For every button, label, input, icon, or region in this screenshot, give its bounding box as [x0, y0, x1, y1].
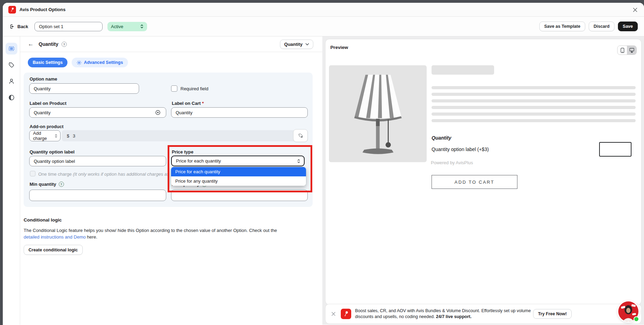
mobile-icon	[620, 48, 625, 53]
skeleton-line	[432, 99, 636, 102]
price-type-select[interactable]: Price for each quantity	[171, 156, 305, 166]
tag-icon	[8, 61, 15, 68]
online-status-dot	[634, 316, 639, 322]
app-title: Avis Product Options	[19, 7, 65, 12]
stepper-icon	[297, 159, 300, 163]
addon-product-label: Add-on product	[30, 124, 63, 129]
sidebar-item-option-sets[interactable]	[6, 43, 17, 55]
status-value: Active	[111, 24, 123, 29]
skeleton-line	[432, 93, 636, 96]
skeleton-line	[432, 112, 636, 116]
addon-amount-value: 3	[73, 133, 75, 139]
help-icon[interactable]: ?	[62, 42, 67, 47]
preview-quantity-input[interactable]	[599, 142, 631, 157]
toolbar: Back Active Save as Template Discard Sav…	[3, 17, 644, 36]
remove-charge-button[interactable]	[293, 129, 308, 142]
required-field-label: Required field	[180, 86, 208, 91]
create-conditional-logic-button[interactable]: Create conditional logic	[24, 245, 83, 255]
lamp-illustration	[345, 69, 411, 158]
mobile-view-button[interactable]	[618, 46, 627, 55]
sidebar-item-customers[interactable]	[6, 75, 17, 87]
conditional-logic-section: Conditional logic The Conditional Logic …	[24, 217, 313, 255]
instructions-link[interactable]: detailed instructions and Demo	[24, 234, 86, 240]
option-title: Quantity	[39, 41, 58, 47]
exit-icon	[9, 24, 15, 30]
product-image	[329, 65, 427, 162]
try-free-now-button[interactable]: Try Free Now!	[533, 309, 572, 319]
option-editor: ← Quantity ? Quantity Basic Settings Adv…	[20, 36, 322, 325]
label-on-product-label: Label on Product	[30, 101, 66, 106]
preview-panel: Preview	[325, 39, 642, 305]
back-label: Back	[17, 24, 28, 29]
preview-option-title: Quantity	[432, 135, 451, 141]
label-on-cart-input[interactable]	[171, 107, 308, 118]
title-bar: Avis Product Options	[3, 3, 644, 17]
one-time-charge-checkbox[interactable]	[30, 171, 35, 176]
option-set-name-input[interactable]	[34, 22, 103, 31]
price-type-label: Price type	[172, 149, 193, 155]
view-icon[interactable]	[155, 110, 161, 115]
save-button[interactable]: Save	[618, 22, 638, 31]
skeleton-line	[432, 86, 636, 89]
skeleton-line	[432, 119, 636, 122]
preview-region: Preview	[322, 36, 644, 325]
option-name-input[interactable]	[29, 83, 139, 94]
addon-charge-select[interactable]: Add charge	[29, 130, 61, 141]
add-to-cart-button[interactable]: ADD TO CART	[432, 175, 517, 189]
avis-logo-icon	[341, 309, 351, 319]
label-on-product-input[interactable]	[29, 107, 166, 118]
dropdown-option-price-each[interactable]: Price for each quantity	[171, 167, 306, 176]
banner-close-icon[interactable]	[330, 311, 337, 317]
status-select[interactable]: Active	[107, 22, 147, 31]
avis-logo-icon	[8, 6, 16, 14]
conditional-logic-heading: Conditional logic	[24, 217, 313, 223]
desktop-view-button[interactable]	[627, 46, 636, 55]
one-time-charge-label: One time charge (It only works if option…	[38, 172, 169, 177]
price-type-dropdown: Price for each quantity Price for any qu…	[171, 167, 306, 186]
dropdown-option-price-any[interactable]: Price for any quantity	[171, 176, 306, 186]
max-quantity-input[interactable]	[171, 190, 308, 201]
conditional-logic-description: The Conditional Logic feature helps you …	[24, 227, 313, 240]
option-sets-icon	[8, 45, 15, 52]
back-arrow-icon[interactable]: ←	[28, 41, 34, 48]
app-window: Avis Product Options Back Active Save as…	[3, 3, 644, 325]
tag-remove-icon	[298, 133, 304, 139]
preview-heading: Preview	[330, 45, 348, 50]
sidebar-item-tags[interactable]	[6, 59, 17, 71]
discard-button[interactable]: Discard	[589, 22, 614, 31]
help-icon[interactable]: ?	[59, 182, 64, 187]
globe-icon	[8, 94, 15, 101]
label-on-cart-label: Label on Cart*	[172, 101, 204, 106]
min-quantity-label: Min quantity ?	[30, 182, 64, 187]
powered-by-text: Powered by AvisPlus	[431, 160, 473, 165]
addon-amount-field[interactable]: $ 3	[62, 130, 308, 141]
option-type-selector[interactable]: Quantity	[280, 40, 313, 49]
chevron-down-icon	[305, 43, 309, 45]
preview-option-label: Quantity option label (+$3)	[432, 147, 489, 152]
tab-basic-settings[interactable]: Basic Settings	[28, 58, 67, 67]
currency-symbol: $	[67, 133, 69, 139]
skeleton-line	[432, 106, 636, 109]
min-quantity-input[interactable]	[29, 190, 166, 201]
skeleton-title	[432, 65, 494, 75]
promo-banner: Boost sales, CR, and AOV with Avis Bundl…	[325, 304, 642, 324]
tab-advanced-settings[interactable]: Advanced Settings	[72, 58, 128, 67]
device-toggle	[617, 45, 637, 55]
save-as-template-button[interactable]: Save as Template	[539, 22, 585, 31]
desktop-icon	[629, 48, 635, 53]
required-asterisk: *	[202, 101, 204, 106]
basic-settings-form: Option name Required field Label on Prod…	[24, 73, 313, 207]
sidebar	[3, 36, 20, 325]
customer-icon	[8, 78, 15, 85]
close-icon[interactable]	[631, 6, 638, 13]
stepper-icon	[55, 134, 57, 138]
back-button[interactable]: Back	[9, 24, 28, 30]
sidebar-item-localization[interactable]	[6, 92, 17, 103]
required-field-checkbox[interactable]	[171, 85, 177, 92]
banner-text: Boost sales, CR, and AOV with Avis Bundl…	[355, 308, 531, 320]
quantity-option-label-input[interactable]	[29, 156, 166, 166]
option-name-label: Option name	[30, 76, 57, 82]
quantity-option-label-label: Quantity option label	[30, 149, 74, 155]
stepper-icon	[140, 24, 144, 28]
gear-icon	[77, 60, 82, 65]
